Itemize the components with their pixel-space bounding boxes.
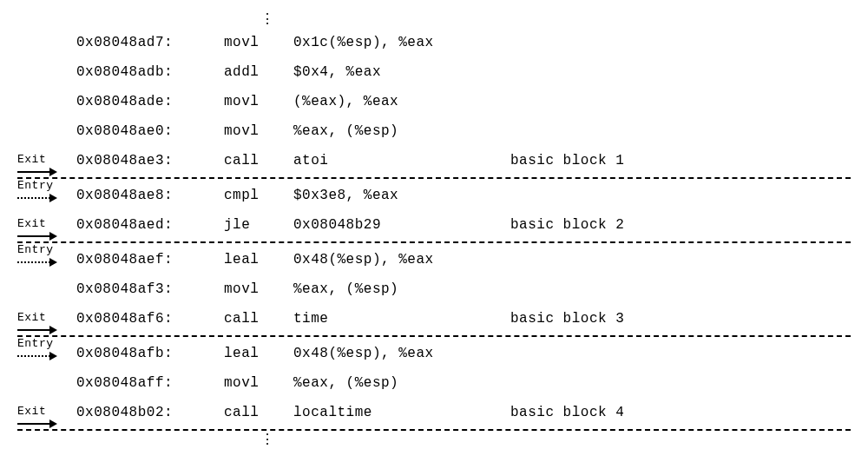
exit-label: Exit <box>17 218 46 230</box>
arrow-right-icon <box>17 352 57 360</box>
instruction-mnemonic: addl <box>224 57 293 87</box>
arrow-right-icon <box>17 326 57 334</box>
basic-block: Entry0x08048afb:leal0x48(%esp), %eax0x08… <box>17 337 851 431</box>
entry-label: Entry <box>17 244 54 256</box>
exit-label: Exit <box>17 312 46 324</box>
block-label: basic block 1 <box>510 146 851 175</box>
instruction-row: 0x08048af3:movl%eax, (%esp) <box>17 274 851 304</box>
instruction-row: 0x08048aff:movl%eax, (%esp) <box>17 368 851 398</box>
instruction-args: 0x48(%esp), %eax <box>293 339 510 368</box>
basic-blocks-container: 0x08048ad7:movl0x1c(%esp), %eax0x08048ad… <box>17 26 851 431</box>
instruction-row: Entry0x08048afb:leal0x48(%esp), %eax <box>17 339 851 368</box>
instruction-row: Exit0x08048af6:calltimebasic block 3 <box>17 304 851 334</box>
instruction-address: 0x08048ade: <box>76 87 224 116</box>
instruction-mnemonic: movl <box>224 274 293 304</box>
instruction-row: Exit0x08048ae3:callatoibasic block 1 <box>17 146 851 175</box>
instruction-mnemonic: jle <box>224 210 293 240</box>
instruction-row: 0x08048ad7:movl0x1c(%esp), %eax <box>17 28 851 57</box>
gutter: Exit <box>17 210 76 240</box>
arrow-right-icon <box>17 168 57 176</box>
instruction-args: %eax, (%esp) <box>293 116 510 146</box>
instruction-args: $0x4, %eax <box>293 57 510 87</box>
instruction-mnemonic: movl <box>224 28 293 57</box>
gutter: Entry <box>17 245 76 274</box>
gutter: Entry <box>17 339 76 368</box>
instruction-mnemonic: leal <box>224 245 293 274</box>
entry-pin: Entry <box>17 338 57 360</box>
ellipsis-top: ⋮ <box>260 10 851 28</box>
instruction-address: 0x08048ae0: <box>76 116 224 146</box>
instruction-args: 0x48(%esp), %eax <box>293 245 510 274</box>
gutter <box>17 87 76 116</box>
instruction-address: 0x08048ae3: <box>76 146 224 175</box>
instruction-address: 0x08048af6: <box>76 304 224 334</box>
instruction-row: Entry0x08048aef:leal0x48(%esp), %eax <box>17 245 851 274</box>
instruction-address: 0x08048adb: <box>76 57 224 87</box>
instruction-args: atoi <box>293 146 510 175</box>
basic-block: Entry0x08048aef:leal0x48(%esp), %eax0x08… <box>17 243 851 337</box>
entry-label: Entry <box>17 338 54 350</box>
gutter: Exit <box>17 398 76 427</box>
instruction-row: 0x08048adb:addl$0x4, %eax <box>17 57 851 87</box>
arrow-right-icon <box>17 232 57 241</box>
exit-pin: Exit <box>17 218 57 241</box>
instruction-address: 0x08048b02: <box>76 398 224 427</box>
exit-pin: Exit <box>17 406 57 428</box>
instruction-address: 0x08048ae8: <box>76 181 224 210</box>
instruction-args: localtime <box>293 398 510 427</box>
instruction-args: 0x1c(%esp), %eax <box>293 28 510 57</box>
arrow-right-icon <box>17 419 57 428</box>
instruction-row: 0x08048ade:movl(%eax), %eax <box>17 87 851 116</box>
instruction-args: $0x3e8, %eax <box>293 181 510 210</box>
instruction-address: 0x08048ad7: <box>76 28 224 57</box>
exit-pin: Exit <box>17 154 57 176</box>
gutter <box>17 116 76 146</box>
instruction-address: 0x08048af3: <box>76 274 224 304</box>
basic-block: Entry0x08048ae8:cmpl$0x3e8, %eaxExit0x08… <box>17 179 851 243</box>
gutter: Exit <box>17 304 76 334</box>
block-label: basic block 3 <box>510 304 851 334</box>
instruction-mnemonic: call <box>224 398 293 427</box>
entry-pin: Entry <box>17 180 57 202</box>
arrow-right-icon <box>17 194 57 202</box>
instruction-mnemonic: movl <box>224 368 293 398</box>
instruction-mnemonic: leal <box>224 339 293 368</box>
instruction-args: (%eax), %eax <box>293 87 510 116</box>
instruction-args: %eax, (%esp) <box>293 274 510 304</box>
ellipsis-bot: ⋮ <box>260 431 851 448</box>
gutter <box>17 57 76 87</box>
instruction-args: 0x08048b29 <box>293 210 510 240</box>
instruction-mnemonic: cmpl <box>224 181 293 210</box>
exit-pin: Exit <box>17 312 57 334</box>
entry-label: Entry <box>17 180 54 192</box>
entry-pin: Entry <box>17 244 57 267</box>
gutter <box>17 28 76 57</box>
instruction-row: 0x08048ae0:movl%eax, (%esp) <box>17 116 851 146</box>
block-label: basic block 2 <box>510 210 851 240</box>
instruction-address: 0x08048aed: <box>76 210 224 240</box>
block-label: basic block 4 <box>510 398 851 427</box>
instruction-mnemonic: movl <box>224 116 293 146</box>
instruction-address: 0x08048afb: <box>76 339 224 368</box>
instruction-address: 0x08048aef: <box>76 245 224 274</box>
exit-label: Exit <box>17 154 46 166</box>
gutter <box>17 368 76 398</box>
arrow-right-icon <box>17 258 57 267</box>
instruction-row: Exit0x08048aed:jle0x08048b29basic block … <box>17 210 851 240</box>
instruction-args: %eax, (%esp) <box>293 368 510 398</box>
exit-label: Exit <box>17 406 46 418</box>
instruction-address: 0x08048aff: <box>76 368 224 398</box>
instruction-row: Entry0x08048ae8:cmpl$0x3e8, %eax <box>17 181 851 210</box>
gutter: Exit <box>17 146 76 175</box>
instruction-args: time <box>293 304 510 334</box>
instruction-mnemonic: call <box>224 146 293 175</box>
gutter <box>17 274 76 304</box>
gutter: Entry <box>17 181 76 210</box>
instruction-row: Exit0x08048b02:calllocaltimebasic block … <box>17 398 851 427</box>
instruction-mnemonic: movl <box>224 87 293 116</box>
instruction-mnemonic: call <box>224 304 293 334</box>
basic-block: 0x08048ad7:movl0x1c(%esp), %eax0x08048ad… <box>17 26 851 179</box>
